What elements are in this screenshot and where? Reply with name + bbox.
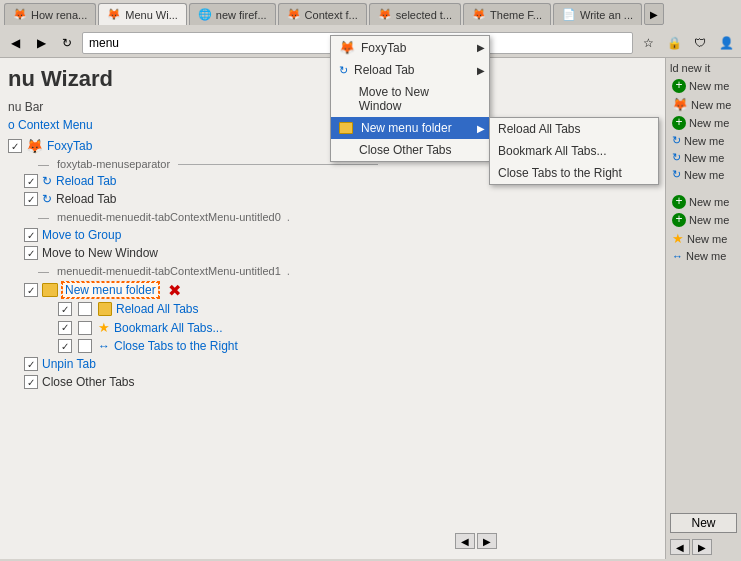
move-left-button[interactable]: ◀	[455, 533, 475, 549]
submenu-arrow-new-menu-folder: ▶	[477, 123, 485, 134]
forward-button[interactable]: ▶	[30, 32, 52, 54]
shield-button[interactable]: 🛡	[689, 32, 711, 54]
right-item-label-8: New me	[687, 233, 727, 245]
scroll-right-button[interactable]: ▶	[692, 539, 712, 555]
context-menu-item-reload-tab[interactable]: ↻ Reload Tab ▶	[331, 59, 489, 81]
right-item-2: + New me	[670, 115, 737, 131]
submenu-item-close-tabs-right[interactable]: Close Tabs to the Right	[490, 162, 658, 184]
item-label-close-tabs-right[interactable]: Close Tabs to the Right	[114, 339, 238, 353]
tab-icon-5: 🦊	[472, 8, 486, 22]
context-menu-item-foxytab[interactable]: 🦊 FoxyTab ▶	[331, 36, 489, 59]
checkbox-close-other-tabs[interactable]	[24, 375, 38, 389]
tab-label-1: Menu Wi...	[125, 9, 178, 21]
tab-menu-wizard[interactable]: 🦊 Menu Wi...	[98, 3, 187, 25]
checkbox-reload-tab-1[interactable]	[24, 174, 38, 188]
star-icon-8: ★	[672, 231, 684, 246]
separator-dot-3: .	[287, 264, 290, 278]
tab-label-3: Context f...	[305, 9, 358, 21]
item-label-new-menu-folder[interactable]: New menu folder	[62, 282, 159, 298]
checkbox-close-tabs-right[interactable]	[58, 339, 72, 353]
checkbox-reload-tab-2[interactable]	[24, 192, 38, 206]
submenu-item-reload-all-tabs[interactable]: Reload All Tabs	[490, 118, 658, 140]
separator-text-1: foxytab-menuseparator	[57, 158, 170, 170]
new-button[interactable]: New	[670, 513, 737, 533]
checkbox-foxytab[interactable]	[8, 139, 22, 153]
item-label-close-other-tabs[interactable]: Close Other Tabs	[42, 375, 135, 389]
item-label-bookmark-all-tabs[interactable]: Bookmark All Tabs...	[114, 321, 223, 335]
list-item: Close Other Tabs	[8, 373, 657, 391]
folder-menu-icon	[339, 122, 353, 134]
checkbox-reload-all-tabs[interactable]	[58, 302, 72, 316]
folder-icon-reload-all	[98, 302, 112, 316]
item-label-unpin-tab[interactable]: Unpin Tab	[42, 357, 96, 371]
reload-tab-icon-2: ↻	[42, 192, 52, 206]
tab-overflow-button[interactable]: ▶	[644, 3, 664, 25]
tab-context-f[interactable]: 🦊 Context f...	[278, 3, 367, 25]
item-label-move-to-new-window[interactable]: Move to New Window	[42, 246, 158, 260]
reload-icon-9: ↔	[672, 250, 683, 262]
reload-button[interactable]: ↻	[56, 32, 78, 54]
list-item: ★ Bookmark All Tabs...	[8, 318, 657, 337]
right-item-3: ↻ New me	[670, 133, 737, 148]
item-label-reload-all-tabs[interactable]: Reload All Tabs	[116, 302, 199, 316]
right-item-9: ↔ New me	[670, 249, 737, 263]
scroll-left-button[interactable]: ◀	[670, 539, 690, 555]
checkbox-bookmark-all-tabs[interactable]	[58, 321, 72, 335]
checkbox-move-to-group[interactable]	[24, 228, 38, 242]
context-menu-item-new-menu-folder[interactable]: New menu folder ▶ Reload All Tabs Bookma…	[331, 117, 489, 139]
list-item: ↔ Close Tabs to the Right	[8, 337, 657, 355]
tab-how-rena[interactable]: 🦊 How rena...	[4, 3, 96, 25]
tab-icon-6: 📄	[562, 8, 576, 22]
context-menu-label-move-to-new-window: Move to New Window	[359, 85, 473, 113]
right-item-label-6: New me	[689, 196, 729, 208]
lock-button[interactable]: 🔒	[663, 32, 685, 54]
back-button[interactable]: ◀	[4, 32, 26, 54]
scroll-arrows: ◀ ▶	[670, 539, 737, 555]
submenu-new-menu-folder: Reload All Tabs Bookmark All Tabs... Clo…	[489, 117, 659, 185]
tab-new-firefox[interactable]: 🌐 new firef...	[189, 3, 276, 25]
move-arrows: ◀ ▶	[455, 533, 497, 549]
folder-icon	[42, 283, 58, 297]
checkbox2-close-tabs-right[interactable]	[78, 339, 92, 353]
tab-icon-2: 🌐	[198, 8, 212, 22]
list-item: Move to Group	[8, 226, 657, 244]
item-label-reload-tab-1[interactable]: Reload Tab	[56, 174, 117, 188]
tab-label-6: Write an ...	[580, 9, 633, 21]
green-plus-icon-2: +	[672, 116, 686, 130]
delete-icon[interactable]: ✖	[167, 282, 183, 298]
item-label-move-to-group[interactable]: Move to Group	[42, 228, 121, 242]
move-right-button[interactable]: ▶	[477, 533, 497, 549]
item-label-reload-tab-2[interactable]: Reload Tab	[56, 192, 117, 206]
green-plus-icon-7: +	[672, 213, 686, 227]
reload-icon-3: ↻	[672, 134, 681, 147]
item-label-foxytab[interactable]: FoxyTab	[47, 139, 92, 153]
checkbox-unpin-tab[interactable]	[24, 357, 38, 371]
context-menu-item-move-to-new-window[interactable]: Move to New Window	[331, 81, 489, 117]
submenu-arrow-foxytab: ▶	[477, 42, 485, 53]
checkbox2-reload-all-tabs[interactable]	[78, 302, 92, 316]
checkbox-move-to-new-window[interactable]	[24, 246, 38, 260]
profile-button[interactable]: 👤	[715, 32, 737, 54]
tab-label-0: How rena...	[31, 9, 87, 21]
context-menu-label-foxytab: FoxyTab	[361, 41, 406, 55]
bookmark-button[interactable]: ☆	[637, 32, 659, 54]
tab-selected[interactable]: 🦊 selected t...	[369, 3, 461, 25]
list-item: Move to New Window	[8, 244, 657, 262]
submenu-label-reload-all-tabs: Reload All Tabs	[498, 122, 581, 136]
tab-bar: 🦊 How rena... 🦊 Menu Wi... 🌐 new firef..…	[0, 0, 741, 28]
submenu-item-bookmark-all-tabs[interactable]: Bookmark All Tabs...	[490, 140, 658, 162]
tab-theme-f[interactable]: 🦊 Theme F...	[463, 3, 551, 25]
checkbox-new-menu-folder[interactable]	[24, 283, 38, 297]
right-item-label-4: New me	[684, 152, 724, 164]
tab-label-2: new firef...	[216, 9, 267, 21]
context-menu-item-close-other-tabs[interactable]: Close Other Tabs	[331, 139, 489, 161]
right-item-4: ↻ New me	[670, 150, 737, 165]
right-panel: ld new it + New me 🦊 New me + New me ↻ N…	[665, 58, 741, 559]
reload-icon-4: ↻	[672, 151, 681, 164]
star-icon: ★	[98, 320, 110, 335]
list-item: Reload All Tabs	[8, 300, 657, 318]
submenu-label-bookmark-all-tabs: Bookmark All Tabs...	[498, 144, 607, 158]
tab-write-an[interactable]: 📄 Write an ...	[553, 3, 642, 25]
separator-label-1: —	[38, 158, 49, 170]
checkbox2-bookmark-all-tabs[interactable]	[78, 321, 92, 335]
